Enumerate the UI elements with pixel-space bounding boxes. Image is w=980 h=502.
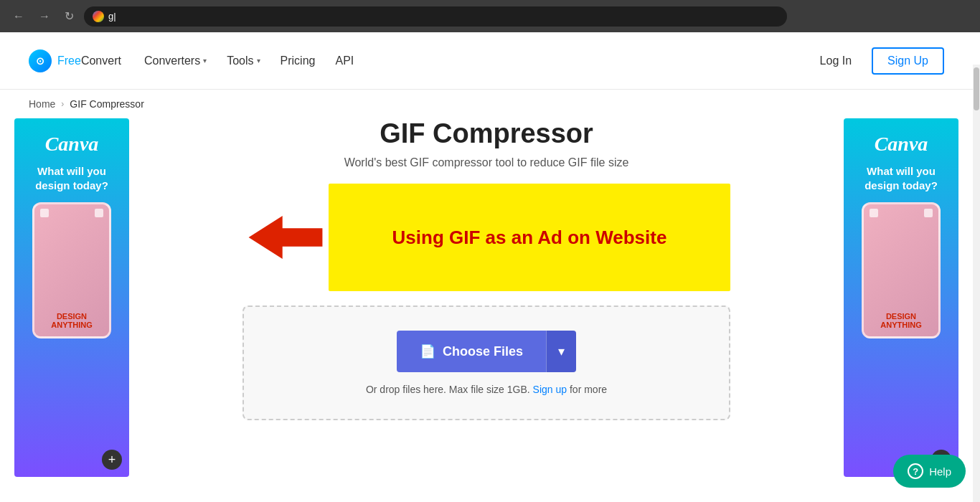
choose-files-dropdown[interactable]: ▾ [546,331,576,372]
favicon [93,11,104,22]
phone-icon-share-r [924,209,933,217]
logo-icon: ⊙ [29,49,52,72]
phone-screen-left: DESIGN ANYTHING [34,204,109,336]
help-button[interactable]: ? Help [893,455,966,488]
choose-files-row: 📄 Choose Files ▾ [397,331,576,372]
nav-api[interactable]: API [335,55,354,67]
phone-top-icons-right [864,209,938,217]
nav-links: Converters ▾ Tools ▾ Pricing API [144,55,354,67]
scrollbar[interactable] [973,65,980,502]
phone-top-icons-left [34,209,109,217]
design-text-left: DESIGN ANYTHING [51,312,92,329]
design-text-right: DESIGN ANYTHING [880,312,921,329]
phone-screen-right: DESIGN ANYTHING [864,204,938,336]
nav-tools[interactable]: Tools ▾ [227,55,260,67]
ad-plus-btn-left[interactable]: + [102,450,122,470]
ad-banner-right[interactable]: Canva What will you design today? DESIGN… [844,118,958,477]
breadcrumb-current: GIF Compressor [70,98,143,110]
gif-ad-text: Using GIF as an Ad on Website [392,227,667,249]
phone-icon-home-r [870,209,878,217]
ad-banner-left[interactable]: Canva What will you design today? DESIGN… [14,118,129,477]
logo-text-free: Free [57,55,81,67]
svg-marker-0 [249,216,323,259]
breadcrumb-home[interactable]: Home [29,98,55,110]
browser-chrome: ← → ↻ [0,0,980,32]
url-input[interactable] [108,11,778,22]
login-button[interactable]: Log In [811,49,860,73]
dropdown-arrow-icon: ▾ [558,344,565,359]
ad-tagline-right: What will you design today? [844,164,958,192]
phone-mockup-right: DESIGN ANYTHING [862,202,941,338]
scrollbar-thumb[interactable] [974,67,979,110]
breadcrumb: Home › GIF Compressor [0,90,973,118]
logo-link[interactable]: ⊙ FreeConvert [29,49,121,72]
logo-text-convert: Convert [81,55,121,67]
converters-chevron: ▾ [203,57,207,65]
gif-ad-block: Using GIF as an Ad on Website [242,184,730,291]
phone-icon-home [40,209,49,217]
refresh-button[interactable]: ↻ [60,6,78,26]
yellow-ad-box[interactable]: Using GIF as an Ad on Website [329,184,730,291]
help-icon: ? [908,463,923,479]
upload-info: Or drop files here. Max file size 1GB. S… [366,384,607,395]
red-arrow-icon [242,216,329,259]
address-bar[interactable] [84,6,787,27]
arrow-container [242,216,329,259]
page-subtitle: World's best GIF compressor tool to redu… [344,156,629,169]
navbar-left: ⊙ FreeConvert Converters ▾ Tools ▾ [29,49,354,72]
page-title: GIF Compressor [380,118,593,149]
file-icon: 📄 [420,344,435,359]
upload-box[interactable]: 📄 Choose Files ▾ Or drop files here. Max… [242,306,730,420]
logo-text: FreeConvert [57,55,121,67]
back-button[interactable]: ← [9,7,29,26]
navbar-right: Log In Sign Up [811,47,944,75]
forward-button[interactable]: → [34,7,55,26]
canva-logo-left: Canva [45,133,99,156]
phone-mockup-left: DESIGN ANYTHING [32,202,111,338]
signup-link[interactable]: Sign up [533,384,567,395]
navbar: ⊙ FreeConvert Converters ▾ Tools ▾ [0,32,973,90]
page-content: ⊙ FreeConvert Converters ▾ Tools ▾ [0,32,973,502]
nav-converters[interactable]: Converters ▾ [144,55,207,67]
tools-chevron: ▾ [257,57,260,65]
canva-logo-right: Canva [875,133,928,156]
ad-tagline-left: What will you design today? [14,164,129,192]
breadcrumb-separator: › [61,99,64,109]
phone-icon-share [95,209,103,217]
nav-pricing[interactable]: Pricing [281,55,316,67]
choose-files-button[interactable]: 📄 Choose Files [397,331,546,372]
main-area: Canva What will you design today? DESIGN… [0,118,973,502]
signup-button[interactable]: Sign Up [872,47,944,75]
center-content: GIF Compressor World's best GIF compress… [143,118,829,502]
